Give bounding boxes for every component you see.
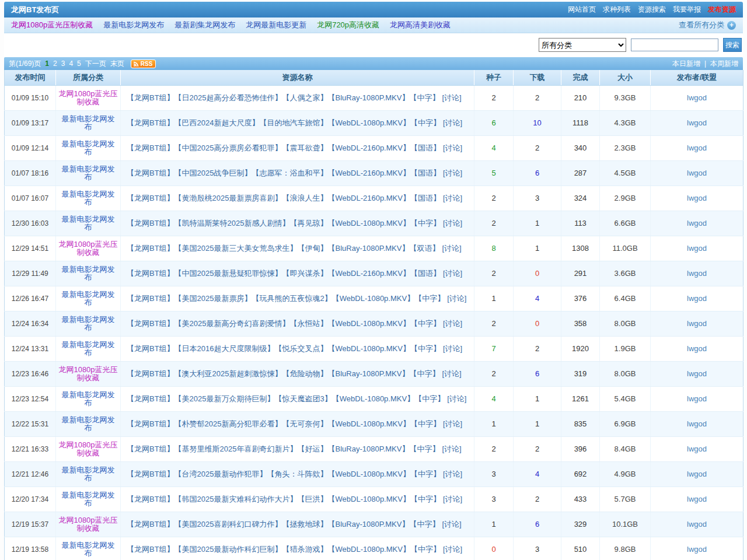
last-page-link[interactable]: 末页 xyxy=(110,59,124,69)
publisher-link[interactable]: lwgod xyxy=(687,394,707,403)
page-link-2[interactable]: 2 xyxy=(53,60,57,68)
category-link[interactable]: 最新电影龙网发布 xyxy=(62,466,115,482)
resource-title-link[interactable]: 【龙网BT组】【基努里维斯2025年喜剧奇幻新片】【好运】【BluRay-108… xyxy=(127,444,439,453)
top-link-resource-search[interactable]: 资源搜索 xyxy=(638,5,666,15)
next-page-link[interactable]: 下一页 xyxy=(85,59,106,69)
category-select[interactable]: 所有分类 xyxy=(539,38,626,52)
discuss-link[interactable]: [讨论] xyxy=(443,118,462,127)
nav-item-latest-series[interactable]: 最新剧集龙网发布 xyxy=(174,20,235,30)
category-link[interactable]: 最新电影龙网发布 xyxy=(62,390,115,407)
discuss-link[interactable]: [讨论] xyxy=(443,269,462,278)
page-link-4[interactable]: 4 xyxy=(69,60,73,68)
resource-title-link[interactable]: 【龙网BT组】【台湾2025最新动作犯罪】【角头：斗阵欸】【WebDL-1080… xyxy=(127,470,441,478)
rss-button[interactable]: RSS xyxy=(131,60,156,68)
discuss-link[interactable]: [讨论] xyxy=(442,444,461,453)
category-link[interactable]: 最新电影龙网发布 xyxy=(62,315,115,332)
nav-item-bluray-1080p[interactable]: 龙网1080p蓝光压制收藏 xyxy=(11,20,93,30)
resource-title-link[interactable]: 【龙网BT组】【中国2025高分票房必看犯罪】【震耳欲聋】【WebDL-2160… xyxy=(127,144,441,152)
discuss-link[interactable]: [讨论] xyxy=(442,93,461,102)
publisher-link[interactable]: lwgod xyxy=(687,169,707,177)
nav-item-us-series[interactable]: 龙网高清美剧收藏 xyxy=(390,20,451,30)
nav-item-movie-updates[interactable]: 龙网最新电影更新 xyxy=(246,20,306,30)
discuss-link[interactable]: [讨论] xyxy=(443,169,462,177)
publisher-link[interactable]: lwgod xyxy=(687,520,707,528)
page-link-5[interactable]: 5 xyxy=(77,60,81,68)
category-link[interactable]: 龙网1080p蓝光压制收藏 xyxy=(58,440,117,457)
resource-title-link[interactable]: 【龙网BT组】【美国2025最新票房】【玩具熊的五夜惊魂2】【WebDL-108… xyxy=(127,294,445,303)
discuss-link[interactable]: [讨论] xyxy=(442,369,461,378)
view-all-categories-link[interactable]: 查看所有分类 + xyxy=(679,20,736,30)
category-link[interactable]: 最新电影龙网发布 xyxy=(62,139,115,156)
category-link[interactable]: 最新电影龙网发布 xyxy=(62,491,115,508)
resource-title-link[interactable]: 【龙网BT组】【凯特温斯莱特2025新感人剧情】【再见琼】【WebDL-1080… xyxy=(127,219,441,228)
publisher-link[interactable]: lwgod xyxy=(687,294,707,303)
resource-title-link[interactable]: 【龙网BT组】【美国2025喜剧科幻口碑力作】【拯救地球】【BluRay-108… xyxy=(127,520,439,528)
category-link[interactable]: 龙网1080p蓝光压制收藏 xyxy=(58,89,117,106)
publisher-link[interactable]: lwgod xyxy=(687,369,707,378)
publisher-link[interactable]: lwgod xyxy=(687,194,707,202)
discuss-link[interactable]: [讨论] xyxy=(442,520,461,528)
publisher-link[interactable]: lwgod xyxy=(687,344,707,353)
publisher-link[interactable]: lwgod xyxy=(687,144,707,152)
publisher-link[interactable]: lwgod xyxy=(687,219,707,228)
search-input[interactable] xyxy=(631,38,718,51)
publisher-link[interactable]: lwgod xyxy=(687,545,707,554)
category-link[interactable]: 龙网1080p蓝光压制收藏 xyxy=(58,516,117,533)
publisher-link[interactable]: lwgod xyxy=(687,118,707,127)
publisher-link[interactable]: lwgod xyxy=(687,495,707,503)
nav-item-720p-collection[interactable]: 龙网720p高清收藏 xyxy=(317,20,379,30)
category-link[interactable]: 最新电影龙网发布 xyxy=(62,164,115,181)
resource-title-link[interactable]: 【龙网BT组】【澳大利亚2025新超刺激惊悚】【危险动物】【BluRay-108… xyxy=(127,369,439,378)
publisher-link[interactable]: lwgod xyxy=(687,244,707,253)
category-link[interactable]: 最新电影龙网发布 xyxy=(62,114,115,131)
search-button[interactable]: 搜索 xyxy=(723,38,742,52)
category-link[interactable]: 最新电影龙网发布 xyxy=(62,340,115,357)
resource-title-link[interactable]: 【龙网BT组】【韩国2025最新灾难科幻动作大片】【巨洪】【WebDL-1080… xyxy=(127,495,441,503)
discuss-link[interactable]: [讨论] xyxy=(443,495,462,503)
discuss-link[interactable]: [讨论] xyxy=(443,545,462,554)
resource-title-link[interactable]: 【龙网BT组】【黄渤殷桃2025最新票房喜剧】【浪浪人生】【WebDL-2160… xyxy=(127,194,441,202)
publisher-link[interactable]: lwgod xyxy=(687,93,707,102)
resource-title-link[interactable]: 【龙网BT组】【中国2025战争巨制】【志愿军：浴血和平】【WebDL-2160… xyxy=(127,169,441,177)
discuss-link[interactable]: [讨论] xyxy=(447,294,466,303)
publisher-link[interactable]: lwgod xyxy=(687,470,707,478)
resource-title-link[interactable]: 【龙网BT组】【中国2025最新悬疑犯罪惊悚】【即兴谋杀】【WebDL-2160… xyxy=(127,269,441,278)
discuss-link[interactable]: [讨论] xyxy=(443,144,462,152)
publisher-link[interactable]: lwgod xyxy=(687,444,707,453)
top-link-home[interactable]: 网站首页 xyxy=(568,5,596,15)
publisher-link[interactable]: lwgod xyxy=(687,419,707,428)
category-link[interactable]: 龙网1080p蓝光压制收藏 xyxy=(58,240,117,257)
resource-title-link[interactable]: 【龙网BT组】【美2025最新万众期待巨制】【惊天魔盗团3】【WebDL-108… xyxy=(127,394,445,403)
discuss-link[interactable]: [讨论] xyxy=(443,319,462,328)
discuss-link[interactable]: [讨论] xyxy=(447,394,466,403)
discuss-link[interactable]: [讨论] xyxy=(442,244,461,253)
resource-title-link[interactable]: 【龙网BT组】【朴赞郁2025新高分犯罪必看】【无可奈何】【WebDL-1080… xyxy=(127,419,441,428)
publisher-link[interactable]: lwgod xyxy=(687,269,707,278)
resource-title-link[interactable]: 【龙网BT组】【巴西2024新超大尺度】【目的地汽车旅馆】【WebDL-1080… xyxy=(127,118,441,127)
discuss-link[interactable]: [讨论] xyxy=(443,219,462,228)
top-link-report[interactable]: 我要举报 xyxy=(673,5,701,15)
discuss-link[interactable]: [讨论] xyxy=(443,419,462,428)
publish-resource-link[interactable]: 发布资源 xyxy=(708,5,736,15)
resource-title-link[interactable]: 【龙网BT组】【美国2025最新动作科幻巨制】【猎杀游戏】【WebDL-1080… xyxy=(127,545,441,554)
page-link-3[interactable]: 3 xyxy=(61,60,65,68)
category-link[interactable]: 龙网1080p蓝光压制收藏 xyxy=(58,365,117,382)
resource-title-link[interactable]: 【龙网BT组】【美2025最新高分奇幻喜剧爱情】【永恒站】【WebDL-1080… xyxy=(127,319,441,328)
category-link[interactable]: 最新电影龙网发布 xyxy=(62,290,115,307)
category-link[interactable]: 最新电影龙网发布 xyxy=(62,415,115,432)
publisher-link[interactable]: lwgod xyxy=(687,319,707,328)
category-link[interactable]: 最新电影龙网发布 xyxy=(62,215,115,232)
resource-title-link[interactable]: 【龙网BT组】【日2025超高分必看恐怖佳作】【人偶之家】【BluRay-108… xyxy=(127,93,439,102)
resource-title-link[interactable]: 【龙网BT组】【美国2025最新三大美女荒岛求生】【伊甸】【BluRay-108… xyxy=(127,244,439,253)
resource-title-link[interactable]: 【龙网BT组】【日本2016超大尺度限制级】【悦乐交叉点】【WebDL-1080… xyxy=(127,344,441,353)
nav-item-latest-movies[interactable]: 最新电影龙网发布 xyxy=(103,20,164,30)
week-new-link[interactable]: 本周新增 xyxy=(710,59,738,69)
discuss-link[interactable]: [讨论] xyxy=(443,470,462,478)
today-new-link[interactable]: 本日新增 xyxy=(672,59,700,69)
category-link[interactable]: 最新电影龙网发布 xyxy=(62,265,115,282)
discuss-link[interactable]: [讨论] xyxy=(443,344,462,353)
top-link-request-list[interactable]: 求种列表 xyxy=(603,5,631,15)
discuss-link[interactable]: [讨论] xyxy=(443,194,462,202)
category-link[interactable]: 最新电影龙网发布 xyxy=(62,541,115,558)
category-link[interactable]: 最新电影龙网发布 xyxy=(62,190,115,206)
